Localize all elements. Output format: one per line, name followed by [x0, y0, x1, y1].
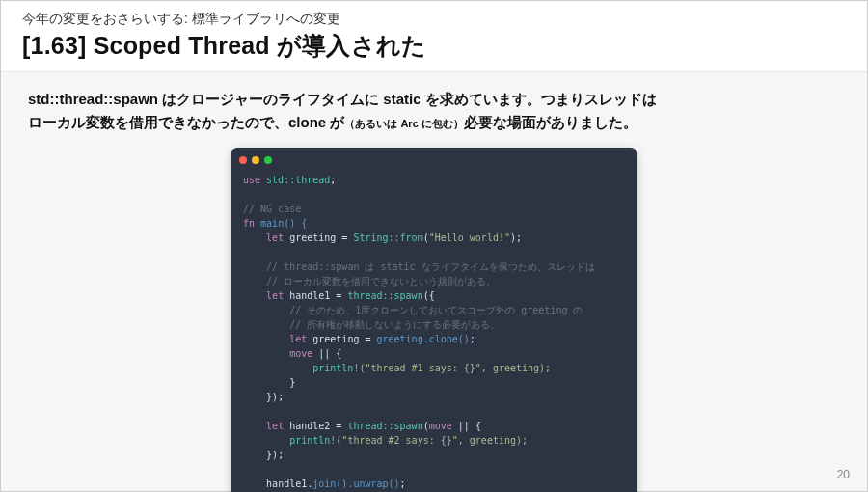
code-token: let — [266, 421, 284, 431]
desc-line2b: 必要な場面がありました。 — [464, 114, 637, 130]
slide-header: 今年の変更をおさらいする: 標準ライブラリへの変更 [1.63] Scoped … — [1, 1, 867, 72]
code-comment: // 所有権が移動しないようにする必要がある。 — [289, 319, 500, 330]
code-token: thread::spawn — [347, 290, 422, 301]
code-token: handle1. — [266, 478, 312, 489]
close-icon — [239, 156, 247, 164]
description: std::thread::spawn はクロージャーのライフタイムに stati… — [28, 88, 840, 134]
slide-subtitle: 今年の変更をおさらいする: 標準ライブラリへの変更 — [22, 11, 846, 28]
code-token: fn — [243, 218, 255, 229]
maximize-icon — [264, 156, 272, 164]
code-token: || { — [312, 348, 341, 359]
code-token: handle2 = — [284, 421, 347, 431]
code-token: use — [243, 175, 260, 185]
minimize-icon — [252, 156, 259, 164]
window-controls — [231, 148, 637, 167]
slide-title: [1.63] Scoped Thread が導入された — [22, 30, 846, 62]
code-token: ; — [470, 334, 475, 344]
code-comment: // thread::spwan は static なライフタイムを保つため、ス… — [266, 261, 595, 272]
code-token: join().unwrap() — [312, 478, 399, 489]
code-token: handle1 = — [284, 290, 347, 301]
code-token: std::thread — [260, 175, 330, 185]
code-token: ("thread #1 says: {}", greeting); — [359, 363, 551, 373]
code-token: String::from — [353, 232, 422, 243]
code-token: greeting = — [284, 232, 353, 243]
code-token: ; — [330, 175, 336, 185]
code-token: main() { — [255, 218, 307, 229]
code-macro: println! — [289, 435, 336, 446]
desc-line2a: ローカル変数を借用できなかったので、clone が — [28, 114, 344, 130]
code-token: }); — [266, 450, 284, 460]
slide: 今年の変更をおさらいする: 標準ライブラリへの変更 [1.63] Scoped … — [0, 0, 868, 492]
code-block: use std::thread; // NG case fn main() { … — [231, 167, 637, 492]
code-token: || { — [452, 421, 481, 431]
code-token: greeting.clone() — [376, 334, 469, 344]
code-macro: println! — [312, 363, 359, 373]
code-token: greeting = — [307, 334, 376, 344]
code-comment: // NG case — [243, 204, 301, 214]
code-token: ); — [510, 232, 522, 243]
code-comment: // そのため、1度クローンしておいてスコープ外の greeting の — [289, 305, 583, 315]
page-number: 20 — [837, 468, 850, 481]
code-token: }); — [266, 392, 284, 402]
code-token: ; — [400, 478, 406, 489]
code-comment: // ローカル変数を借用できないという規則がある。 — [266, 276, 496, 287]
code-token: let — [266, 232, 284, 243]
code-token: move — [429, 421, 452, 431]
code-token: } — [289, 377, 295, 388]
code-token: ("thread #2 says: {}", greeting); — [336, 435, 528, 446]
slide-body: std::thread::spawn はクロージャーのライフタイムに stati… — [1, 72, 867, 491]
code-token: thread::spawn — [347, 421, 422, 431]
code-token: move — [289, 348, 312, 359]
code-token: let — [289, 334, 307, 344]
code-token: ({ — [423, 290, 435, 301]
code-window: use std::thread; // NG case fn main() { … — [231, 148, 637, 492]
desc-inline-note: （あるいは Arc に包む） — [344, 118, 463, 129]
code-string: "Hello world!" — [429, 232, 510, 243]
desc-line1: std::thread::spawn はクロージャーのライフタイムに stati… — [28, 91, 657, 107]
code-token: let — [266, 290, 284, 301]
